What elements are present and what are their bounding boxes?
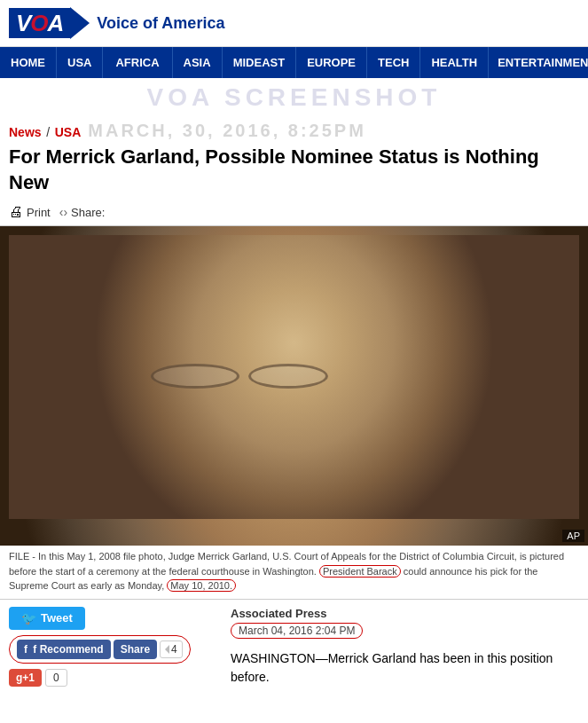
nav-europe[interactable]: EUROPE (296, 47, 367, 78)
share-label: Share: (71, 206, 105, 219)
ap-date-badge: March 04, 2016 2:04 PM (231, 623, 363, 639)
ap-badge: AP (562, 530, 584, 542)
logo[interactable]: VOA Voice of America (9, 7, 224, 39)
watermark-bar: VOA SCREENSHOT (0, 78, 588, 117)
fb-icon: f (24, 643, 27, 656)
site-header: VOA Voice of America (0, 0, 588, 47)
article-body: WASHINGTON—Merrick Garland has been in t… (231, 649, 579, 687)
breadcrumb-news[interactable]: News (9, 125, 42, 139)
gplus-count: 0 (53, 672, 59, 684)
gplus-count-box: 0 (45, 669, 67, 687)
breadcrumb-area: News / USA MARCH, 30, 2016, 8:25PM (0, 117, 588, 141)
voa-triangle-icon (70, 7, 90, 39)
site-name: Voice of America (97, 14, 224, 33)
voa-logo-box: VOA (9, 7, 90, 39)
article-image-wrap: AP (0, 226, 588, 546)
printer-icon: 🖨 (9, 204, 23, 220)
nav-asia[interactable]: ASIA (173, 47, 223, 78)
tweet-label: Tweet (41, 611, 73, 625)
nav-mideast[interactable]: MIDEAST (223, 47, 297, 78)
gplus-label: g+1 (16, 672, 35, 684)
print-button[interactable]: 🖨 Print (9, 204, 51, 220)
nav-usa[interactable]: USA (57, 47, 103, 78)
print-label: Print (27, 206, 51, 219)
share-bar: 🖨 Print ‹› Share: (0, 200, 588, 226)
fb-share-label: Share (121, 643, 150, 656)
main-nav: HOME USA AFRICA ASIA MIDEAST EUROPE TECH… (0, 47, 588, 78)
article-date: MARCH, 30, 2016, 8:25PM (88, 121, 366, 141)
share-button[interactable]: ‹› Share: (59, 205, 106, 219)
watermark-text: VOA SCREENSHOT (147, 83, 442, 111)
caption-text: FILE - In this May 1, 2008 file photo, J… (9, 551, 564, 592)
ap-date-text: March 04, 2016 2:04 PM (239, 625, 355, 637)
tweet-button-wrap: 🐦 Tweet (9, 607, 222, 630)
article-image (0, 226, 588, 546)
tweet-button[interactable]: 🐦 Tweet (9, 607, 85, 630)
breadcrumb-sep: / (46, 125, 50, 139)
image-caption: FILE - In this May 1, 2008 file photo, J… (0, 546, 588, 600)
fb-recommend-button[interactable]: f f Recommend (17, 640, 111, 659)
article-title-wrap: For Merrick Garland, Possible Nominee St… (0, 141, 588, 200)
fb-count: 4 (171, 643, 177, 656)
fb-share-button[interactable]: Share (114, 640, 157, 659)
gplus-row: g+1 0 (9, 669, 222, 687)
breadcrumb-usa[interactable]: USA (55, 125, 82, 139)
fb-count-box: 4 (160, 640, 183, 658)
nav-tech[interactable]: TECH (367, 47, 420, 78)
content-area: 🐦 Tweet f f Recommend Share 4 g+1 0 (0, 600, 588, 687)
share-icon: ‹› (59, 205, 67, 219)
voa-logo-text: VOA (9, 8, 70, 39)
social-col: 🐦 Tweet f f Recommend Share 4 g+1 0 (9, 607, 222, 687)
nav-home[interactable]: HOME (0, 47, 57, 78)
gplus-button[interactable]: g+1 (9, 669, 42, 687)
breadcrumb: News / USA (9, 125, 81, 139)
twitter-bird-icon: 🐦 (21, 611, 36, 625)
article-title: For Merrick Garland, Possible Nominee St… (9, 145, 579, 195)
nav-africa[interactable]: AFRICA (103, 47, 172, 78)
nav-health[interactable]: HEALTH (420, 47, 489, 78)
ap-source: Associated Press (231, 607, 579, 620)
fb-recommend-label: f Recommend (33, 643, 103, 656)
article-col: Associated Press March 04, 2016 2:04 PM … (222, 607, 579, 687)
caption-highlight-2: May 10, 2010. (167, 579, 236, 592)
fb-count-arrow-icon (165, 645, 169, 654)
caption-highlight-1: President Barack (319, 565, 401, 578)
fb-row: f f Recommend Share 4 (9, 635, 191, 664)
nav-entertainment[interactable]: ENTERTAINMENT (489, 47, 588, 78)
